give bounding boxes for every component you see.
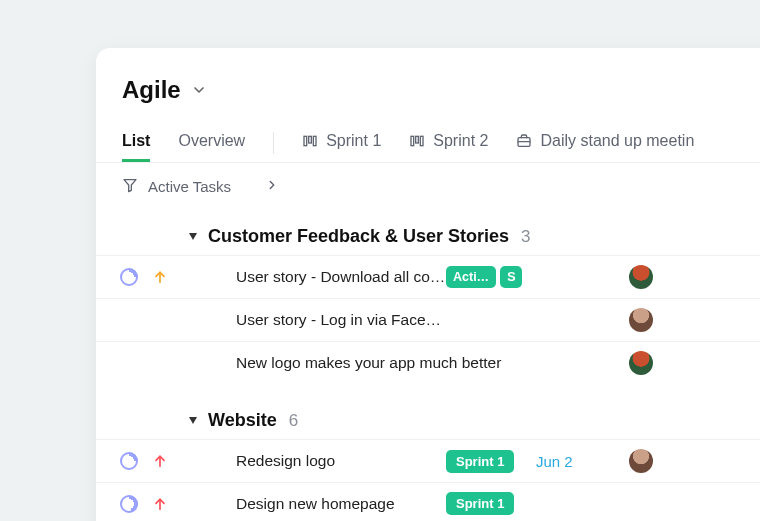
task-badges: Sprint 1 [446,450,536,473]
avatar [629,308,653,332]
tab-overview-label: Overview [178,132,245,150]
project-title[interactable]: Agile [122,76,181,104]
tab-list[interactable]: List [122,124,150,162]
collapse-triangle-icon[interactable] [188,416,198,426]
collapse-triangle-icon[interactable] [188,232,198,242]
board-icon [302,133,318,149]
task-name: Redesign logo [186,452,446,470]
group-header-website[interactable]: Website 6 [96,384,760,439]
sprint-badge[interactable]: Sprint 1 [446,450,514,473]
svg-rect-0 [304,136,307,145]
row-left-slots [96,268,186,286]
group-header-feedback[interactable]: Customer Feedback & User Stories 3 [96,212,760,255]
svg-rect-1 [309,136,312,143]
filter-icon[interactable] [122,177,138,196]
tab-daily[interactable]: Daily stand up meetin [516,124,694,162]
svg-rect-4 [416,136,419,143]
progress-pie-icon [120,495,138,513]
tab-separator [273,132,274,154]
row-left-slots [96,452,186,470]
group-count: 6 [289,411,298,431]
chevron-down-icon[interactable] [191,82,207,98]
avatar [629,449,653,473]
svg-rect-5 [421,136,424,145]
task-row[interactable]: User story - Download all con… Acti… S [96,255,760,298]
task-name: New logo makes your app much better [186,354,546,372]
task-badges: Sprint 1 [446,492,536,515]
tab-sprint2[interactable]: Sprint 2 [409,124,488,162]
assignee[interactable] [616,265,666,289]
svg-marker-8 [124,180,136,192]
progress-pie-icon [120,452,138,470]
priority-arrow-icon [152,453,168,469]
svg-marker-9 [189,233,197,240]
avatar [629,351,653,375]
project-card: Agile List Overview Sprint 1 Sprint 2 Da… [96,48,760,521]
tab-sprint1[interactable]: Sprint 1 [302,124,381,162]
priority-arrow-icon [152,269,168,285]
svg-marker-11 [189,417,197,424]
task-name: Design new homepage [186,495,446,513]
tab-sprint2-label: Sprint 2 [433,132,488,150]
due-date[interactable]: Jun 2 [536,453,616,470]
filter-label[interactable]: Active Tasks [148,178,231,195]
tab-list-label: List [122,132,150,150]
task-row[interactable]: User story - Log in via Facebook [96,298,760,341]
group-count: 3 [521,227,530,247]
board-icon [409,133,425,149]
briefcase-icon [516,133,532,149]
status-badge[interactable]: S [500,266,522,288]
avatar [629,265,653,289]
priority-arrow-icon [152,496,168,512]
status-badge[interactable]: Acti… [446,266,496,288]
task-name: User story - Log in via Facebook [186,311,446,329]
task-row[interactable]: Design new homepage Sprint 1 [96,482,760,521]
task-groups: Customer Feedback & User Stories 3 User … [96,206,760,521]
tab-daily-label: Daily stand up meetin [540,132,694,150]
task-name: User story - Download all con… [186,268,446,286]
tab-overview[interactable]: Overview [178,124,245,162]
task-row[interactable]: New logo makes your app much better [96,341,760,384]
group-title: Website [208,410,277,431]
task-row[interactable]: Redesign logo Sprint 1 Jun 2 [96,439,760,482]
assignee[interactable] [616,308,666,332]
filter-bar: Active Tasks [96,163,760,206]
svg-rect-3 [411,136,414,145]
sprint-badge[interactable]: Sprint 1 [446,492,514,515]
assignee[interactable] [616,449,666,473]
tab-bar: List Overview Sprint 1 Sprint 2 Daily st… [96,124,760,163]
svg-rect-2 [313,136,316,145]
task-badges: Acti… S [446,266,536,288]
row-left-slots [96,495,186,513]
tab-sprint1-label: Sprint 1 [326,132,381,150]
group-title: Customer Feedback & User Stories [208,226,509,247]
progress-pie-icon [120,268,138,286]
chevron-right-icon[interactable] [265,178,279,195]
header: Agile [96,76,760,124]
assignee[interactable] [616,351,666,375]
